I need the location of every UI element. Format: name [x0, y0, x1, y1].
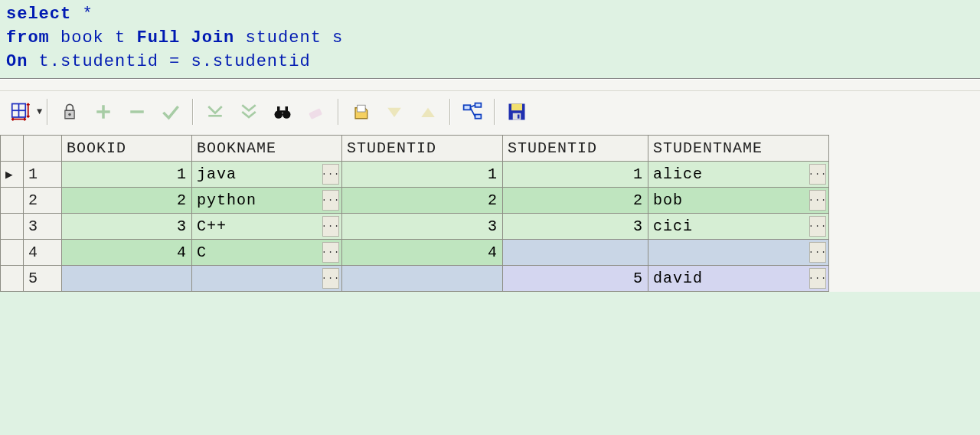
cell-editor-button[interactable]: ···	[322, 190, 339, 211]
cell-editor-button[interactable]: ···	[809, 216, 826, 237]
row-marker	[1, 266, 24, 292]
svg-rect-16	[358, 105, 366, 112]
cell-bookid[interactable]: 4	[62, 240, 192, 266]
cell-bookid[interactable]: 1	[62, 162, 192, 188]
eraser-icon[interactable]	[299, 96, 333, 127]
svg-rect-27	[518, 114, 520, 118]
col-header-studentid2[interactable]: STUDENTID	[503, 136, 648, 162]
chevron-down-icon[interactable]: ▼	[37, 106, 42, 117]
svg-rect-14	[280, 110, 286, 113]
svg-rect-12	[277, 106, 280, 112]
svg-marker-18	[421, 108, 435, 117]
cell-sid2[interactable]: 5	[503, 266, 648, 292]
cell-sname[interactable]: david···	[648, 266, 829, 292]
commit-icon[interactable]	[154, 96, 188, 127]
cell-bookname[interactable]: python···	[192, 188, 342, 214]
svg-rect-19	[464, 105, 471, 110]
svg-rect-13	[286, 106, 289, 112]
col-header-studentname[interactable]: STUDENTNAME	[648, 136, 829, 162]
cell-sid2[interactable]: 1	[503, 162, 648, 188]
cell-sname[interactable]: ···	[648, 240, 829, 266]
svg-rect-21	[475, 114, 482, 118]
header-row: BOOKID BOOKNAME STUDENTID STUDENTID STUD…	[1, 136, 829, 162]
export-icon[interactable]	[344, 96, 377, 127]
cell-editor-button[interactable]: ···	[809, 190, 826, 211]
cell-editor-button[interactable]: ···	[809, 242, 826, 263]
svg-marker-17	[387, 108, 401, 117]
table-row[interactable]: 5···5david···	[1, 266, 829, 292]
cell-sid1[interactable]: 2	[342, 188, 503, 214]
cell-editor-button[interactable]: ···	[809, 268, 826, 289]
cell-bookid[interactable]: 3	[62, 214, 192, 240]
triangle-up-icon[interactable]	[411, 96, 445, 127]
table-row[interactable]: 22python···22bob···	[1, 188, 829, 214]
fetch-all-icon[interactable]	[232, 96, 266, 127]
row-number: 4	[24, 240, 62, 266]
svg-rect-20	[475, 103, 482, 107]
delete-row-icon[interactable]	[120, 96, 154, 127]
cell-sid1[interactable]: 3	[342, 214, 503, 240]
svg-rect-25	[511, 103, 522, 110]
cell-bookname[interactable]: C++···	[192, 214, 342, 240]
rownum-header	[24, 136, 62, 162]
triangle-down-icon[interactable]	[377, 96, 411, 127]
table-row[interactable]: ▶11java···11alice···	[1, 162, 829, 188]
grid-options-icon[interactable]	[5, 96, 38, 127]
cell-editor-button[interactable]: ···	[322, 164, 339, 185]
cell-bookname[interactable]: C···	[192, 240, 342, 266]
cell-editor-button[interactable]: ···	[322, 216, 339, 237]
row-marker: ▶	[1, 162, 24, 188]
svg-line-22	[471, 105, 475, 107]
cell-sname[interactable]: bob···	[648, 188, 829, 214]
cell-editor-button[interactable]: ···	[322, 242, 339, 263]
cell-editor-button[interactable]: ···	[809, 164, 826, 185]
cell-sname[interactable]: cici···	[648, 214, 829, 240]
lock-icon[interactable]	[53, 96, 87, 127]
svg-line-23	[471, 108, 475, 116]
table-row[interactable]: 33C++···33cici···	[1, 214, 829, 240]
row-marker	[1, 214, 24, 240]
cell-bookname[interactable]: java···	[192, 162, 342, 188]
fetch-page-icon[interactable]	[198, 96, 232, 127]
results-grid[interactable]: BOOKID BOOKNAME STUDENTID STUDENTID STUD…	[0, 132, 980, 292]
svg-rect-26	[513, 113, 521, 120]
row-number: 2	[24, 188, 62, 214]
binoculars-icon[interactable]	[266, 96, 299, 127]
col-header-studentid1[interactable]: STUDENTID	[342, 136, 503, 162]
col-header-bookid[interactable]: BOOKID	[62, 136, 192, 162]
row-marker	[1, 240, 24, 266]
cell-sid1[interactable]: 1	[342, 162, 503, 188]
row-number: 5	[24, 266, 62, 292]
cell-bookid[interactable]	[62, 266, 192, 292]
cell-sid2[interactable]	[503, 240, 648, 266]
row-number: 1	[24, 162, 62, 188]
query-designer-icon[interactable]	[456, 96, 489, 127]
cell-bookname[interactable]: ···	[192, 266, 342, 292]
cell-sid2[interactable]: 2	[503, 188, 648, 214]
save-icon[interactable]	[500, 96, 534, 127]
cell-sid1[interactable]	[342, 266, 503, 292]
col-header-bookname[interactable]: BOOKNAME	[192, 136, 342, 162]
cell-sname[interactable]: alice···	[648, 162, 829, 188]
svg-point-5	[68, 113, 71, 116]
cell-editor-button[interactable]: ···	[322, 268, 339, 289]
row-number: 3	[24, 214, 62, 240]
results-toolbar: ▼	[0, 90, 980, 132]
table-row[interactable]: 44C···4···	[1, 240, 829, 266]
cell-sid1[interactable]: 4	[342, 240, 503, 266]
cell-sid2[interactable]: 3	[503, 214, 648, 240]
sql-editor[interactable]: select * from book t Full Join student s…	[0, 0, 980, 78]
corner-cell	[1, 136, 24, 162]
row-marker	[1, 188, 24, 214]
cell-bookid[interactable]: 2	[62, 188, 192, 214]
svg-rect-15	[309, 108, 322, 119]
add-row-icon[interactable]	[87, 96, 120, 127]
